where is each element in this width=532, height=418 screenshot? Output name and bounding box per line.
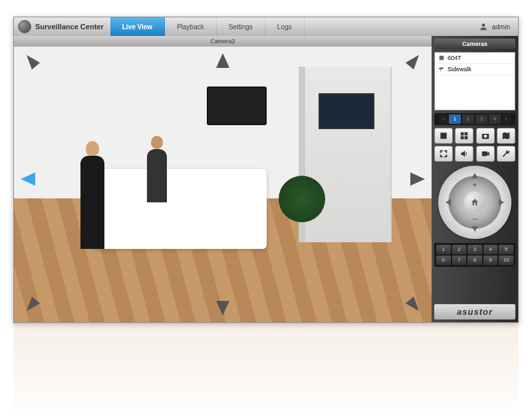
- layout-2-button[interactable]: 2: [462, 114, 474, 124]
- layout-1-button[interactable]: 1: [449, 114, 461, 124]
- svg-rect-6: [465, 136, 468, 140]
- speaker-icon: [460, 149, 469, 158]
- sidebar-panel: Cameras 604T Sidewalk ‹ 1 2 3 4 ›: [432, 36, 518, 322]
- zoom-out-button[interactable]: −: [472, 214, 477, 224]
- cameras-panel-title: Cameras: [434, 39, 515, 49]
- video-feed[interactable]: [14, 47, 432, 322]
- ptz-wheel-up-icon[interactable]: [471, 170, 478, 178]
- svg-rect-2: [440, 132, 446, 138]
- layout-next-icon[interactable]: ›: [502, 114, 510, 124]
- single-view-icon: [439, 131, 448, 140]
- ptz-arrow-up-icon[interactable]: [216, 53, 229, 68]
- svg-rect-5: [461, 136, 464, 140]
- ptz-wheel: + −: [438, 166, 511, 239]
- preset-10-button[interactable]: 10: [499, 256, 513, 265]
- zoom-in-button[interactable]: +: [472, 180, 477, 190]
- ptz-arrow-down-icon[interactable]: [216, 301, 229, 315]
- ptz-wheel-left-icon[interactable]: [442, 199, 451, 206]
- quad-view-button[interactable]: [455, 128, 473, 144]
- preset-5-button[interactable]: 5: [499, 245, 513, 254]
- single-view-button[interactable]: [434, 128, 453, 144]
- ptz-home-button[interactable]: [464, 192, 485, 213]
- app-title: Surveillance Center: [35, 23, 104, 31]
- audio-button[interactable]: [455, 146, 473, 162]
- header-bar: Surveillance Center Live View Playback S…: [14, 17, 518, 36]
- preset-grid: 1 2 3 4 5 6 7 8 9 10: [434, 243, 515, 267]
- camera-title: Camera2: [14, 36, 432, 47]
- camera-icon: [481, 131, 490, 140]
- preset-9-button[interactable]: 9: [483, 256, 498, 265]
- preset-8-button[interactable]: 8: [467, 256, 482, 265]
- svg-rect-3: [461, 132, 464, 136]
- control-buttons: [434, 128, 515, 162]
- fullscreen-button[interactable]: [434, 146, 453, 162]
- brand-logo: asustor: [434, 304, 515, 319]
- svg-rect-1: [440, 56, 444, 61]
- ptz-wheel-down-icon[interactable]: [471, 226, 478, 235]
- user-area[interactable]: admin: [479, 22, 510, 31]
- camera-icon: [438, 66, 445, 73]
- preset-7-button[interactable]: 7: [452, 256, 467, 265]
- camera-item-label: 604T: [448, 55, 462, 61]
- app-window: Surveillance Center Live View Playback S…: [13, 17, 519, 323]
- camera-item-604t[interactable]: 604T: [435, 53, 515, 64]
- layout-selector: ‹ 1 2 3 4 ›: [434, 113, 515, 125]
- layout-3-button[interactable]: 3: [475, 114, 487, 124]
- tab-settings[interactable]: Settings: [217, 17, 265, 36]
- nas-icon: [438, 55, 445, 61]
- ptz-wheel-right-icon[interactable]: [499, 199, 507, 206]
- nav-tabs: Live View Playback Settings Logs: [110, 17, 305, 36]
- record-icon: [481, 149, 490, 158]
- ptz-arrow-right-icon[interactable]: [410, 172, 425, 186]
- preset-3-button[interactable]: 3: [467, 245, 482, 254]
- user-name: admin: [492, 23, 510, 31]
- svg-point-0: [481, 23, 485, 27]
- preset-4-button[interactable]: 4: [483, 245, 498, 254]
- quad-view-icon: [460, 131, 469, 140]
- preset-2-button[interactable]: 2: [452, 245, 467, 254]
- wrench-icon: [501, 149, 511, 158]
- preset-1-button[interactable]: 1: [436, 245, 451, 254]
- tab-playback[interactable]: Playback: [165, 17, 217, 36]
- snapshot-button[interactable]: [476, 128, 495, 144]
- reflection-decoration: [13, 323, 519, 416]
- camera-list: 604T Sidewalk: [434, 52, 515, 110]
- home-icon: [470, 198, 479, 207]
- svg-rect-4: [465, 132, 468, 136]
- layout-prev-icon[interactable]: ‹: [440, 114, 448, 124]
- camera-item-sidewalk[interactable]: Sidewalk: [435, 64, 515, 75]
- user-icon: [479, 22, 488, 31]
- content-area: Camera2 Cameras: [14, 36, 518, 322]
- preset-6-button[interactable]: 6: [436, 256, 451, 265]
- e-map-button[interactable]: [497, 128, 515, 144]
- tab-logs[interactable]: Logs: [265, 17, 305, 36]
- fullscreen-icon: [439, 149, 448, 158]
- camera-item-label: Sidewalk: [448, 66, 471, 73]
- settings-button[interactable]: [497, 146, 515, 162]
- record-button[interactable]: [476, 146, 495, 162]
- tab-live-view[interactable]: Live View: [110, 17, 165, 36]
- app-icon: [18, 20, 31, 33]
- layout-4-button[interactable]: 4: [489, 114, 501, 124]
- video-area: Camera2: [14, 36, 432, 322]
- ptz-arrow-left-icon[interactable]: [21, 172, 35, 186]
- svg-rect-9: [481, 152, 487, 156]
- map-icon: [501, 131, 511, 140]
- svg-point-8: [483, 134, 487, 138]
